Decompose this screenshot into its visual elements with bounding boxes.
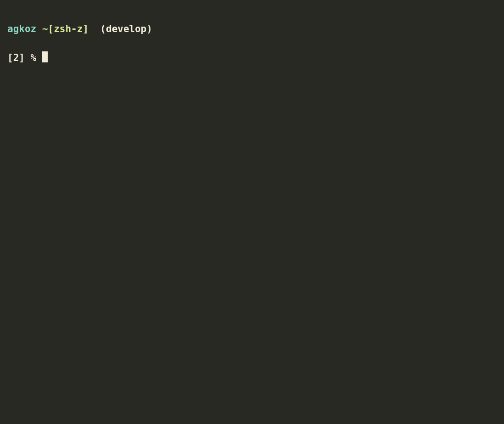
prompt-line-1: agkoz ~[zsh-z] (develop) — [7, 22, 497, 37]
prompt-jobs-count: [2] — [7, 52, 25, 63]
prompt-user: agkoz — [7, 23, 36, 34]
prompt-path-tilde: ~ — [42, 23, 48, 34]
prompt-path-close-bracket: ] — [83, 23, 89, 34]
prompt-path-dirname: zsh-z — [54, 23, 83, 34]
cursor-block-icon — [42, 51, 48, 62]
prompt-symbol: % — [31, 52, 37, 63]
prompt-branch-close: ) — [147, 23, 153, 34]
prompt-branch-open: ( — [100, 23, 106, 34]
prompt-path-open-bracket: [ — [48, 23, 54, 34]
prompt-branch-name: develop — [106, 23, 147, 34]
terminal-output[interactable]: agkoz ~[zsh-z] (develop) [2] % — [7, 7, 497, 80]
prompt-line-2: [2] % — [7, 51, 497, 66]
